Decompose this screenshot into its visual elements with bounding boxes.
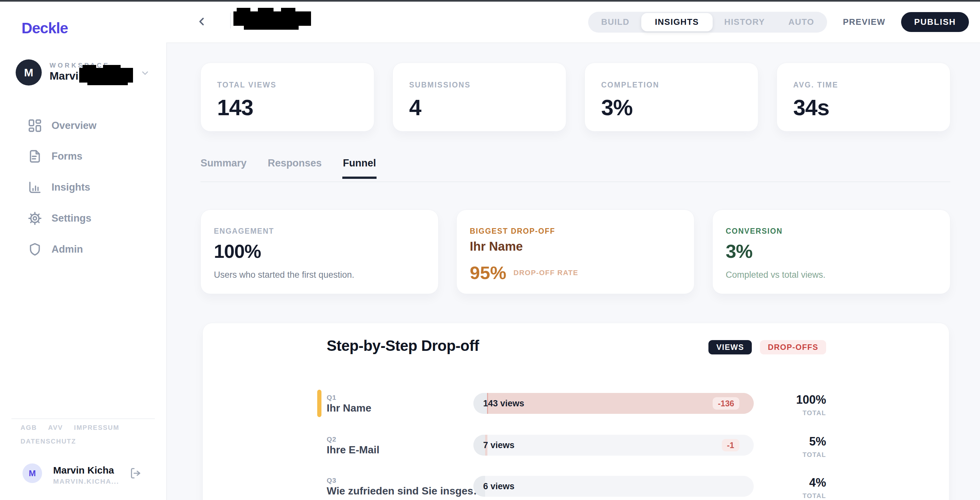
app-logo[interactable]: Deckle [22,19,68,37]
question-title: Wie zufrieden sind Sie insges… [327,485,470,497]
chevron-down-icon[interactable] [140,68,150,78]
sidebar-item-admin[interactable]: Admin [27,240,83,259]
engagement-card: ENGAGEMENT 100% Users who started the fi… [200,209,439,294]
funnel-row-q1: Q1 Ihr Name 143 views -136 100% TOTAL [203,393,949,414]
workspace-name-redaction [103,65,121,69]
header-divider [230,13,231,29]
section-title: Step-by-Step Drop-off [327,337,479,355]
sidebar-item-settings[interactable]: Settings [27,209,91,227]
dropoff-question: Ihr Name [470,240,694,254]
views-count: 143 views [483,398,524,409]
stat-value: 34s [793,95,950,120]
conversion-card: CONVERSION 3% Completed vs total views. [712,209,950,294]
sidebar-item-overview[interactable]: Overview [27,117,97,135]
funnel-row-q3: Q3 Wie zufrieden sind Sie insges… 6 view… [203,476,949,497]
question-title: Ihr Name [327,402,470,414]
stat-label: COMPLETION [601,81,758,89]
footer-link-datenschutz[interactable]: DATENSCHUTZ [21,438,76,445]
bar-chart-icon [27,180,42,195]
workspace-name-redaction [79,68,133,83]
tab-auto[interactable]: AUTO [776,13,826,31]
card-value: 3% [726,240,950,262]
sidebar: Deckle M WORKSPACE Marvin Overview Forms… [0,2,167,500]
stat-label: SUBMISSIONS [409,81,566,89]
total-label: TOTAL [754,451,826,458]
workspace-name-redaction [88,82,128,85]
total-label: TOTAL [754,409,826,417]
tab-funnel[interactable]: Funnel [343,157,376,178]
views-toggle[interactable]: VIEWS [708,340,752,355]
step-dropoff-card: Step-by-Step Drop-off VIEWS DROP-OFFS Q1… [202,323,949,500]
workspace-name-redaction [83,65,96,69]
question-id: Q2 [327,435,336,443]
footer-link-agb[interactable]: AGB [21,424,37,431]
stat-value: 3% [601,95,758,120]
question-id: Q1 [327,394,336,401]
card-description: Completed vs total views. [726,270,950,280]
tab-summary[interactable]: Summary [200,157,247,178]
funnel-bar[interactable]: 7 views -1 [473,435,754,455]
stat-card-avg-time: AVG. TIME 34s [776,63,950,131]
workspace-avatar[interactable]: M [16,59,42,86]
tab-build[interactable]: BUILD [589,13,641,31]
tab-responses[interactable]: Responses [268,157,321,178]
stat-value: 143 [217,95,374,120]
stats-row: TOTAL VIEWS 143 SUBMISSIONS 4 COMPLETION… [200,63,950,131]
question-id: Q3 [327,476,336,484]
total-percent: 5% [754,435,826,449]
tab-insights[interactable]: INSIGHTS [641,13,713,31]
insights-tabs: Summary Responses Funnel [200,157,376,178]
biggest-dropoff-card: BIGGEST DROP-OFF Ihr Name 95% DROP-OFF R… [457,209,694,294]
dropoffs-toggle[interactable]: DROP-OFFS [760,340,826,355]
total-label: TOTAL [754,492,826,500]
sidebar-item-label: Forms [51,150,83,162]
sidebar-item-label: Insights [51,182,90,193]
dropoff-badge: -136 [713,397,740,410]
preview-button[interactable]: PREVIEW [843,17,885,27]
user-subtitle: MARVIN.KICHA... [53,478,119,485]
app-screen: Deckle M WORKSPACE Marvin Overview Forms… [0,0,980,500]
user-avatar[interactable]: M [22,463,42,483]
sidebar-item-label: Settings [51,212,91,224]
gear-icon [27,211,42,226]
funnel-bar[interactable]: 6 views [473,476,754,497]
sidebar-item-insights[interactable]: Insights [27,178,90,196]
shield-icon [27,242,42,257]
stat-label: TOTAL VIEWS [217,81,374,89]
sidebar-item-forms[interactable]: Forms [27,147,83,166]
footer-link-impressum[interactable]: IMPRESSUM [74,424,119,431]
top-header: BUILD INSIGHTS HISTORY AUTO PREVIEW PUBL… [166,2,980,43]
stat-value: 4 [409,95,566,120]
main-content: TOTAL VIEWS 143 SUBMISSIONS 4 COMPLETION… [166,42,980,500]
dropoff-badge: -1 [722,439,740,451]
views-count: 6 views [483,481,514,492]
card-label: BIGGEST DROP-OFF [470,227,694,236]
funnel-summary-cards: ENGAGEMENT 100% Users who started the fi… [200,209,950,294]
back-icon[interactable] [196,15,208,28]
card-label: CONVERSION [726,227,950,236]
stat-card-completion: COMPLETION 3% [585,63,758,131]
tab-history[interactable]: HISTORY [713,13,777,31]
publish-button[interactable]: PUBLISH [901,12,969,32]
views-count: 7 views [483,440,514,450]
funnel-bar[interactable]: 143 views -136 [473,393,754,414]
card-description: Users who started the first question. [214,270,438,280]
sidebar-divider [11,419,155,419]
dashboard-icon [27,118,42,133]
dropoff-rate-label: DROP-OFF RATE [514,268,578,277]
funnel-row-q2: Q2 Ihre E-Mail 7 views -1 5% TOTAL [203,435,949,455]
card-value: 100% [214,240,438,262]
footer-link-avv[interactable]: AVV [48,424,63,431]
sidebar-item-label: Admin [51,243,83,255]
question-title: Ihre E-Mail [327,444,470,456]
stat-label: AVG. TIME [793,81,950,89]
sidebar-item-label: Overview [51,120,97,131]
logout-icon[interactable] [129,467,142,479]
stat-card-total-views: TOTAL VIEWS 143 [200,63,374,131]
tabs-underline-track [200,182,950,182]
dropoff-rate: 95% [470,262,506,283]
document-icon [27,149,42,164]
total-percent: 4% [754,476,826,490]
total-percent: 100% [754,393,826,407]
mode-tab-group: BUILD INSIGHTS HISTORY AUTO [588,12,827,33]
